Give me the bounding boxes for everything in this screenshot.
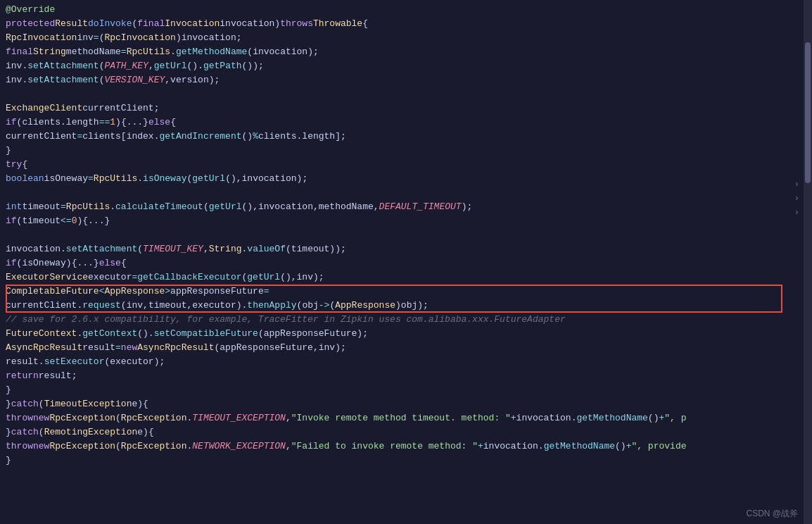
code-line: } catch (TimeoutException e) { xyxy=(0,397,804,411)
code-line: } catch (RemotingException e) { xyxy=(0,425,804,439)
scrollbar[interactable] xyxy=(804,0,812,524)
scrollbar-thumb[interactable] xyxy=(805,42,811,183)
code-line: ExchangeClient currentClient; xyxy=(0,101,804,116)
code-line: AsyncRpcResult result = new AsyncRpcResu… xyxy=(0,341,804,355)
code-line xyxy=(0,186,804,200)
code-editor[interactable]: @Overrideprotected Result doInvoke(final… xyxy=(0,0,804,524)
code-line: throw new RpcException(RpcException.TIME… xyxy=(0,411,804,425)
code-line: return result; xyxy=(0,369,804,383)
code-line: currentClient.request(inv, timeout, exec… xyxy=(0,299,804,313)
code-line xyxy=(0,228,804,242)
code-line: FutureContext.getContext().setCompatible… xyxy=(0,327,804,341)
code-line: if (timeout <= 0) {...} xyxy=(0,214,804,228)
code-line: ExecutorService executor = getCallbackEx… xyxy=(0,270,804,285)
code-line: } xyxy=(0,454,804,468)
code-line: RpcInvocation inv = (RpcInvocation) invo… xyxy=(0,31,804,45)
code-line: if (isOneway) {...} else { xyxy=(0,256,804,270)
code-line: invocation.setAttachment(TIMEOUT_KEY, St… xyxy=(0,242,804,256)
code-line: @Override xyxy=(0,3,804,17)
code-line: int timeout = RpcUtils.calculateTimeout(… xyxy=(0,200,804,214)
code-line: result.setExecutor(executor); xyxy=(0,355,804,369)
arrow-icon-1: › xyxy=(794,180,799,189)
arrow-icon-3: › xyxy=(794,208,799,218)
code-line: currentClient = clients[index.getAndIncr… xyxy=(0,130,804,144)
code-line: final String methodName = RpcUtils.getMe… xyxy=(0,45,804,59)
code-line: } xyxy=(0,144,804,158)
code-line: inv.setAttachment(PATH_KEY, getUrl().get… xyxy=(0,59,804,73)
code-line: } xyxy=(0,383,804,397)
code-line xyxy=(0,87,804,101)
code-container: @Overrideprotected Result doInvoke(final… xyxy=(0,0,812,524)
fold-arrows: › › › xyxy=(794,180,799,218)
code-line: inv.setAttachment(VERSION_KEY, version); xyxy=(0,73,804,87)
code-line: try { xyxy=(0,158,804,172)
code-line: boolean isOneway = RpcUtils.isOneway(get… xyxy=(0,172,804,186)
code-line: CompletableFuture<AppResponse> appRespon… xyxy=(0,285,804,299)
code-line: if (clients.length == 1) {...} else { xyxy=(0,116,804,130)
code-line: protected Result doInvoke(final Invocati… xyxy=(0,17,804,31)
arrow-icon-2: › xyxy=(794,194,799,204)
code-line: throw new RpcException(RpcException.NETW… xyxy=(0,439,804,454)
code-line: // save for 2.6.x compatibility, for exa… xyxy=(0,313,804,327)
watermark: CSDN @战斧 xyxy=(746,508,798,520)
